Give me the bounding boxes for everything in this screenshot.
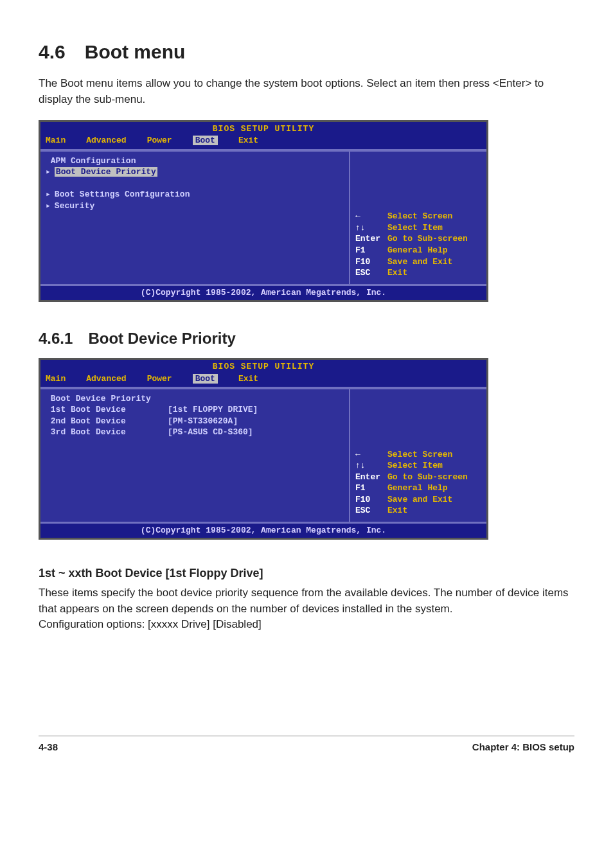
bios-tabs: MainAdvancedPowerBootExit — [40, 373, 486, 388]
option-2nd-boot-device[interactable]: 2nd Boot Device[PM-ST330620A] — [46, 416, 344, 427]
tab-exit[interactable]: Exit — [238, 136, 258, 145]
tab-power[interactable]: Power — [147, 136, 172, 145]
hint-f1: F1General Help — [355, 245, 481, 256]
hint-select-screen: ←Select Screen — [355, 449, 481, 461]
hint-f1: F1General Help — [355, 483, 481, 494]
submenu-arrow-icon: ▸ — [46, 201, 51, 211]
hint-esc: ESCExit — [355, 505, 481, 517]
bios-title: BIOS SETUP UTILITY — [40, 123, 486, 135]
menu-security[interactable]: ▸Security — [46, 200, 344, 212]
hint-esc: ESCExit — [355, 267, 481, 279]
tab-exit[interactable]: Exit — [238, 374, 258, 384]
bios-titlebar: BIOS SETUP UTILITY — [40, 360, 486, 373]
hint-f10: F10Save and Exit — [355, 494, 481, 506]
bios-body: Boot Device Priority 1st Boot Device[1st… — [40, 388, 486, 523]
bios-help-list: ←Select Screen ↑↓Select Item EnterGo to … — [355, 211, 481, 278]
bios-left-pane: Boot Device Priority 1st Boot Device[1st… — [40, 388, 350, 523]
bios-help-pane: ←Select Screen ↑↓Select Item EnterGo to … — [350, 388, 486, 523]
section-heading: 4.6Boot menu — [39, 39, 574, 66]
hint-enter: EnterGo to Sub-screen — [355, 472, 481, 483]
option-doc-config: Configuration options: [xxxxx Drive] [Di… — [39, 617, 574, 633]
tab-advanced[interactable]: Advanced — [86, 374, 126, 384]
menu-boot-settings-config[interactable]: ▸Boot Settings Configuration — [46, 189, 344, 200]
bios-titlebar: BIOS SETUP UTILITY — [40, 122, 486, 135]
hint-select-screen: ←Select Screen — [355, 211, 481, 222]
tab-main[interactable]: Main — [46, 136, 66, 145]
hint-select-item: ↑↓Select Item — [355, 460, 481, 472]
tab-main[interactable]: Main — [46, 374, 66, 384]
option-doc-heading: 1st ~ xxth Boot Device [1st Floppy Drive… — [39, 565, 574, 581]
footer-rule — [39, 736, 574, 736]
bios-copyright: (C)Copyright 1985-2002, American Megatre… — [40, 285, 486, 300]
bios-tabs: MainAdvancedPowerBootExit — [40, 135, 486, 150]
hint-enter: EnterGo to Sub-screen — [355, 233, 481, 245]
chapter-label: Chapter 4: BIOS setup — [472, 740, 574, 754]
bios-screenshot-boot-priority: BIOS SETUP UTILITY MainAdvancedPowerBoot… — [39, 358, 488, 540]
bios-title: BIOS SETUP UTILITY — [40, 361, 486, 373]
hint-select-item: ↑↓Select Item — [355, 222, 481, 234]
bios-copyright: (C)Copyright 1985-2002, American Megatre… — [40, 523, 486, 538]
section-intro: The Boot menu items allow you to change … — [39, 76, 574, 107]
page-footer: 4-38 Chapter 4: BIOS setup — [39, 740, 574, 754]
bios-help-pane: ←Select Screen ↑↓Select Item EnterGo to … — [350, 150, 486, 285]
section-title-text: Boot menu — [85, 41, 186, 62]
subsection-heading: 4.6.1Boot Device Priority — [39, 328, 574, 350]
subsection-title-text: Boot Device Priority — [88, 330, 235, 347]
option-3rd-boot-device[interactable]: 3rd Boot Device[PS-ASUS CD-S360] — [46, 427, 344, 438]
hint-f10: F10Save and Exit — [355, 256, 481, 268]
option-doc-body: These items specify the boot device prio… — [39, 585, 574, 617]
bios-section-header: Boot Device Priority — [46, 393, 344, 405]
menu-boot-device-priority[interactable]: ▸Boot Device Priority — [46, 166, 344, 178]
tab-power[interactable]: Power — [147, 374, 172, 384]
bios-left-pane: APM Configuration ▸Boot Device Priority … — [40, 150, 350, 285]
tab-boot[interactable]: Boot — [193, 136, 218, 145]
option-1st-boot-device[interactable]: 1st Boot Device[1st FLOPPY DRIVE] — [46, 404, 344, 416]
bios-screenshot-boot-menu: BIOS SETUP UTILITY MainAdvancedPowerBoot… — [39, 120, 488, 302]
bios-body: APM Configuration ▸Boot Device Priority … — [40, 150, 486, 285]
page-number: 4-38 — [39, 740, 58, 754]
section-number: 4.6 — [39, 41, 66, 62]
submenu-arrow-icon: ▸ — [46, 190, 51, 199]
tab-boot[interactable]: Boot — [193, 374, 218, 384]
menu-spacer — [46, 178, 344, 190]
subsection-number: 4.6.1 — [39, 330, 73, 347]
tab-advanced[interactable]: Advanced — [86, 136, 126, 145]
submenu-arrow-icon: ▸ — [46, 167, 51, 177]
bios-section-header: APM Configuration — [46, 155, 344, 167]
bios-help-list: ←Select Screen ↑↓Select Item EnterGo to … — [355, 449, 481, 517]
